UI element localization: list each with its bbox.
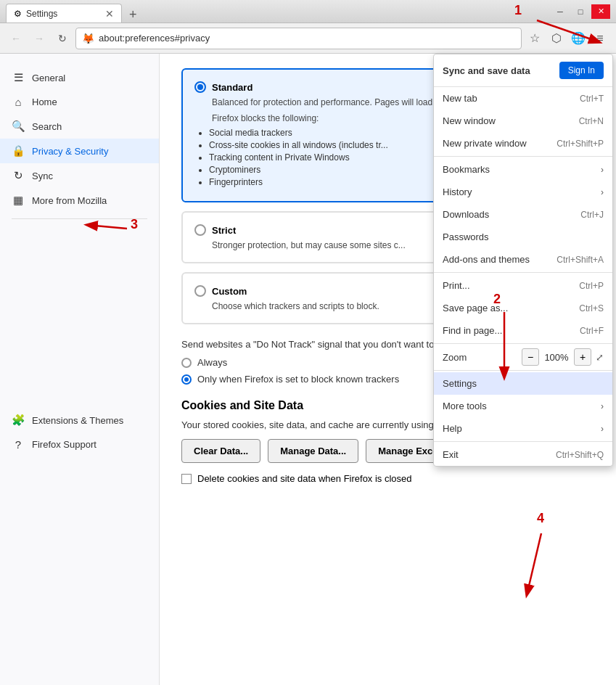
menu-item-addons[interactable]: Add-ons and themes Ctrl+Shift+A xyxy=(434,248,612,271)
sidebar-item-privacy[interactable]: 🔒 Privacy & Security xyxy=(0,139,159,163)
menu-item-arrow-bookmarks: › xyxy=(601,165,604,175)
menu-item-downloads[interactable]: Downloads Ctrl+J xyxy=(434,203,612,226)
menu-item-new-window[interactable]: New window Ctrl+N xyxy=(434,110,612,132)
menu-item-label-bookmarks: Bookmarks xyxy=(443,164,601,175)
zoom-out-button[interactable]: − xyxy=(522,348,539,366)
menu-item-label-new-window: New window xyxy=(443,115,579,126)
pocket-button[interactable]: ⬡ xyxy=(546,28,567,49)
sidebar-item-home[interactable]: ⌂ Home xyxy=(0,90,159,114)
menu-item-label-save-page: Save page as... xyxy=(443,303,579,313)
menu-item-label-settings: Settings xyxy=(443,378,604,389)
reload-button[interactable]: ↻ xyxy=(52,28,73,49)
firefox-account-button[interactable]: 🌐 xyxy=(568,28,588,49)
menu-separator-2 xyxy=(434,272,612,273)
menu-separator-4 xyxy=(434,370,612,371)
delete-cookies-checkbox[interactable] xyxy=(181,474,192,484)
menu-item-history[interactable]: History › xyxy=(434,181,612,203)
menu-sync-section: Sync and save data Sign In xyxy=(434,54,612,87)
toolbar-right: ☆ ⬡ 🌐 ≡ xyxy=(525,28,610,49)
address-bar[interactable]: 🦊 about:preferences#privacy xyxy=(75,28,522,49)
menu-item-more-tools[interactable]: More tools › xyxy=(434,395,612,417)
sidebar-item-label-general: General xyxy=(32,73,65,83)
menu-item-new-tab[interactable]: New tab Ctrl+T xyxy=(434,87,612,110)
sidebar-item-support[interactable]: ? Firefox Support xyxy=(0,432,159,456)
menu-item-label-exit: Exit xyxy=(443,449,556,460)
sidebar-item-label-extensions: Extensions & Themes xyxy=(32,415,123,426)
standard-radio[interactable] xyxy=(194,81,206,93)
menu-item-new-private[interactable]: New private window Ctrl+Shift+P xyxy=(434,132,612,155)
sync-icon: ↻ xyxy=(12,169,25,182)
menu-item-shortcut-print: Ctrl+P xyxy=(579,281,604,291)
zoom-value: 100% xyxy=(543,352,570,363)
sidebar-item-extensions[interactable]: 🧩 Extensions & Themes xyxy=(0,408,159,432)
menu-item-label-help: Help xyxy=(443,423,601,434)
menu-item-arrow-history: › xyxy=(601,187,604,197)
tab-container: ⚙ Settings ✕ + xyxy=(6,0,140,22)
window-controls: ─ □ ✕ xyxy=(551,4,610,19)
sidebar-item-label-search: Search xyxy=(32,121,62,132)
menu-item-save-page[interactable]: Save page as... Ctrl+S xyxy=(434,297,612,319)
zoom-label: Zoom xyxy=(443,352,517,363)
menu-item-shortcut-save-page: Ctrl+S xyxy=(579,303,604,313)
forward-button[interactable]: → xyxy=(29,28,49,49)
zoom-in-button[interactable]: + xyxy=(574,348,591,366)
sidebar-item-label-privacy: Privacy & Security xyxy=(32,146,108,157)
sidebar-item-label-sync: Sync xyxy=(32,171,53,181)
tab-favicon-icon: ⚙ xyxy=(14,9,22,19)
always-label: Always xyxy=(197,357,227,368)
maximize-button[interactable]: □ xyxy=(571,4,590,19)
sidebar-divider xyxy=(12,218,147,219)
sidebar-item-label-support: Firefox Support xyxy=(32,439,96,450)
settings-tab[interactable]: ⚙ Settings ✕ xyxy=(6,4,122,22)
custom-radio[interactable] xyxy=(194,285,206,297)
extensions-icon: 🧩 xyxy=(12,414,25,427)
toolbar: ← → ↻ 🦊 about:preferences#privacy ☆ ⬡ 🌐 … xyxy=(0,23,616,54)
tab-title-label: Settings xyxy=(26,9,99,19)
menu-item-bookmarks[interactable]: Bookmarks › xyxy=(434,158,612,181)
sidebar-item-label-home: Home xyxy=(32,97,57,107)
delete-cookies-row: Delete cookies and site data when Firefo… xyxy=(181,473,594,484)
menu-item-help[interactable]: Help › xyxy=(434,417,612,440)
menu-button[interactable]: ≡ xyxy=(590,28,610,49)
menu-item-label-print: Print... xyxy=(443,280,579,291)
menu-item-label-addons: Add-ons and themes xyxy=(443,254,557,265)
sign-in-button[interactable]: Sign In xyxy=(559,62,604,79)
menu-separator-5 xyxy=(434,441,612,442)
page-favicon-icon: 🦊 xyxy=(82,33,94,44)
menu-item-label-new-tab: New tab xyxy=(443,93,580,104)
menu-item-shortcut-addons: Ctrl+Shift+A xyxy=(557,255,604,265)
home-icon: ⌂ xyxy=(12,96,25,108)
zoom-control: Zoom − 100% + ⤢ xyxy=(434,345,612,369)
menu-item-shortcut-new-tab: Ctrl+T xyxy=(580,94,604,104)
close-button[interactable]: ✕ xyxy=(591,4,610,19)
menu-item-passwords[interactable]: Passwords xyxy=(434,226,612,248)
menu-item-shortcut-find: Ctrl+F xyxy=(580,326,604,336)
only-when-radio[interactable] xyxy=(181,374,192,385)
back-button[interactable]: ← xyxy=(6,28,26,49)
menu-sync-label: Sync and save data xyxy=(443,65,530,76)
menu-item-print[interactable]: Print... Ctrl+P xyxy=(434,274,612,297)
menu-item-label-new-private: New private window xyxy=(443,138,557,149)
zoom-expand-button[interactable]: ⤢ xyxy=(596,352,604,363)
menu-separator-3 xyxy=(434,343,612,344)
menu-item-shortcut-new-private: Ctrl+Shift+P xyxy=(557,139,604,149)
tab-close-button[interactable]: ✕ xyxy=(105,8,114,20)
menu-item-exit[interactable]: Exit Ctrl+Shift+Q xyxy=(434,443,612,466)
menu-item-find[interactable]: Find in page... Ctrl+F xyxy=(434,319,612,342)
menu-item-arrow-more-tools: › xyxy=(601,401,604,411)
strict-radio[interactable] xyxy=(194,224,206,236)
clear-data-button[interactable]: Clear Data... xyxy=(181,439,260,463)
delete-cookies-label: Delete cookies and site data when Firefo… xyxy=(197,473,412,484)
manage-data-button[interactable]: Manage Data... xyxy=(268,439,358,463)
new-tab-button[interactable]: + xyxy=(126,7,140,22)
sidebar-item-sync[interactable]: ↻ Sync xyxy=(0,163,159,188)
sidebar-item-general[interactable]: ☰ General xyxy=(0,65,159,90)
always-radio[interactable] xyxy=(181,358,192,368)
general-icon: ☰ xyxy=(12,71,25,84)
bookmark-button[interactable]: ☆ xyxy=(525,28,545,49)
menu-item-label-history: History xyxy=(443,186,601,197)
sidebar-item-search[interactable]: 🔍 Search xyxy=(0,114,159,139)
minimize-button[interactable]: ─ xyxy=(551,4,570,19)
menu-item-settings[interactable]: Settings xyxy=(434,372,612,395)
sidebar-item-mozilla[interactable]: ▦ More from Mozilla xyxy=(0,188,159,213)
